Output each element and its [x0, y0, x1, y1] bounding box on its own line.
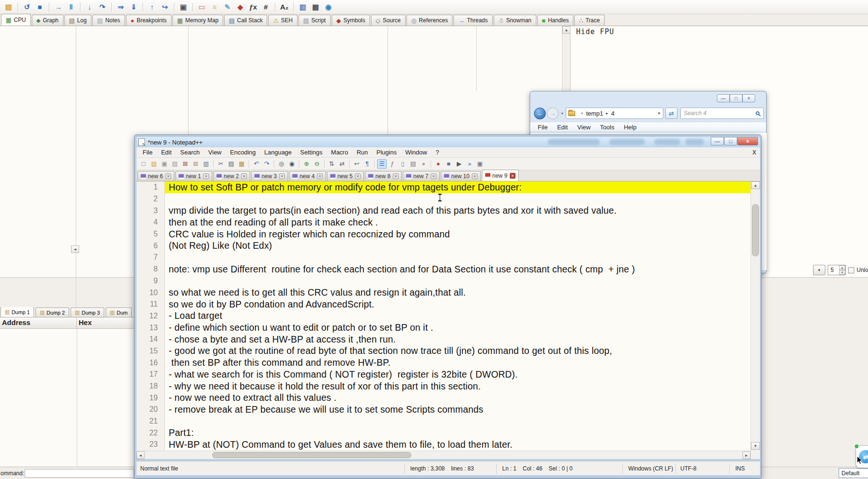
- menu-item-settings[interactable]: Settings: [296, 149, 327, 156]
- close-tab-icon[interactable]: ×: [317, 173, 323, 179]
- recent-pages-icon[interactable]: ▼: [561, 112, 564, 115]
- menu-item-file[interactable]: File: [533, 124, 552, 131]
- minimize-button[interactable]: —: [711, 137, 724, 145]
- notepad-title-bar[interactable]: *new 9 - Notepad++ — □ ×: [136, 137, 760, 147]
- zoom-out-icon[interactable]: ⊖: [312, 159, 322, 169]
- tab-snowman[interactable]: ☃Snowman: [494, 15, 536, 26]
- run-to-user-code-icon[interactable]: ↑: [146, 1, 158, 13]
- dump-body[interactable]: [0, 329, 142, 466]
- call-sequence-icon[interactable]: ▥: [297, 1, 308, 13]
- monitor-icon[interactable]: ●: [419, 159, 428, 169]
- doc-tab-new-5[interactable]: new 5×: [327, 171, 364, 181]
- run-icon[interactable]: →: [53, 1, 64, 13]
- replace-icon[interactable]: ◉: [287, 159, 297, 169]
- doc-tab-new-10[interactable]: new 10×: [441, 171, 481, 181]
- tab-graph[interactable]: ♣Graph: [32, 15, 63, 26]
- snapshot-icon[interactable]: ▣: [178, 1, 189, 13]
- trace-count-spinner[interactable]: 5 ▲▼: [828, 265, 846, 275]
- paste-icon[interactable]: ▦: [237, 159, 246, 169]
- document-switcher-icon[interactable]: ▤: [408, 159, 418, 169]
- tab-dump-1[interactable]: ▥Dump 1: [0, 307, 34, 317]
- menu-item-view[interactable]: View: [204, 149, 226, 156]
- menu-item-view[interactable]: View: [572, 124, 595, 131]
- labels-icon[interactable]: ✎: [222, 1, 233, 13]
- restart-icon[interactable]: ↺: [21, 1, 33, 13]
- insert-mode-field[interactable]: INS: [735, 465, 745, 472]
- pane-divider[interactable]: [76, 26, 76, 307]
- menu-item-search[interactable]: Search: [176, 149, 204, 156]
- scroll-up-button[interactable]: ▲: [562, 26, 570, 34]
- menu-item-window[interactable]: Window: [401, 149, 431, 156]
- close-tab-icon[interactable]: ×: [203, 173, 209, 179]
- scroll-left-button[interactable]: ◄: [136, 452, 145, 459]
- show-all-chars-icon[interactable]: ¶: [362, 159, 372, 169]
- spinner-buttons[interactable]: ▲▼: [839, 265, 845, 275]
- macro-play-icon[interactable]: ▶: [454, 159, 464, 169]
- macro-save-icon[interactable]: ▣: [475, 159, 485, 169]
- scroll-right-button[interactable]: ►: [742, 452, 750, 459]
- save-all-icon[interactable]: ▤: [170, 159, 180, 169]
- address-dropdown-icon[interactable]: ▼: [657, 111, 661, 116]
- tab-symbols[interactable]: ◆Symbols: [332, 15, 370, 26]
- editor-vertical-scrollbar[interactable]: ▲ ▼: [750, 181, 760, 459]
- command-input[interactable]: [25, 469, 134, 478]
- theme-selector[interactable]: Default: [839, 468, 868, 478]
- tab-cpu[interactable]: ▦CPU: [1, 14, 31, 26]
- scroll-up-button[interactable]: ▲: [751, 181, 760, 189]
- comments-icon[interactable]: ≡: [209, 1, 220, 13]
- find-icon[interactable]: ◎: [277, 159, 286, 169]
- tab-references[interactable]: ◎References: [407, 15, 453, 26]
- close-button[interactable]: ×: [737, 137, 758, 145]
- undo-icon[interactable]: ↶: [252, 159, 261, 169]
- sync-horizontal-icon[interactable]: ⇄: [337, 159, 347, 169]
- breadcrumb-folder[interactable]: temp1: [586, 110, 603, 117]
- doc-tab-new-1[interactable]: new 1×: [175, 171, 212, 181]
- editor-area[interactable]: 1How to set Soft BP or patch memory or m…: [136, 181, 750, 451]
- doc-tab-new-7[interactable]: new 7×: [403, 171, 440, 181]
- save-icon[interactable]: ▣: [160, 159, 169, 169]
- tab-dum[interactable]: ▥Dum: [106, 307, 132, 317]
- menu-item-tools[interactable]: Tools: [595, 124, 619, 131]
- pause-icon[interactable]: ‖: [65, 1, 77, 13]
- close-tab-icon[interactable]: ×: [431, 173, 436, 179]
- tab-threads[interactable]: →Threads: [453, 15, 492, 26]
- maximize-button[interactable]: □: [724, 137, 737, 145]
- tab-handles[interactable]: ■Handles: [537, 15, 574, 26]
- close-all-icon[interactable]: ⊠: [191, 159, 200, 169]
- redo-icon[interactable]: ↷: [262, 159, 271, 169]
- close-tab-icon[interactable]: ×: [510, 173, 515, 179]
- doc-tab-new-8[interactable]: new 8×: [365, 171, 402, 181]
- step-out-icon[interactable]: ⇓: [128, 1, 139, 13]
- macro-stop-icon[interactable]: ■: [444, 159, 453, 169]
- macro-record-icon[interactable]: ●: [434, 159, 443, 169]
- forward-button[interactable]: →: [547, 108, 559, 119]
- search-input[interactable]: Search 4: [680, 108, 764, 119]
- refresh-button[interactable]: ⇄: [665, 108, 678, 119]
- patches-icon[interactable]: ▭: [196, 1, 208, 13]
- menu-item-help[interactable]: Help: [619, 124, 642, 131]
- open-file-icon[interactable]: ▨: [149, 159, 159, 169]
- menu-item-edit[interactable]: Edit: [552, 124, 572, 131]
- tab-call-stack[interactable]: ▤Call Stack: [224, 15, 267, 26]
- favourites-icon[interactable]: ◆: [235, 1, 246, 13]
- menu-item-run[interactable]: Run: [353, 149, 372, 156]
- word-wrap-icon[interactable]: ↩: [352, 159, 362, 169]
- doc-tab-new-2[interactable]: new 2×: [213, 171, 250, 181]
- stop-icon[interactable]: ■: [34, 1, 45, 13]
- close-file-icon[interactable]: ⊠: [181, 159, 190, 169]
- sync-vertical-icon[interactable]: ⇅: [327, 159, 336, 169]
- address-bar[interactable]: « temp1 ▸ 4 ▼: [566, 108, 663, 119]
- tab-script[interactable]: ▤Script: [298, 15, 331, 26]
- menu-item--[interactable]: ?: [431, 149, 443, 156]
- unlocked-checkbox[interactable]: [848, 267, 854, 273]
- tab-trace[interactable]: ∴Trace: [574, 15, 605, 26]
- menu-item-macro[interactable]: Macro: [327, 149, 353, 156]
- tab-dump-2[interactable]: ▥Dump 2: [36, 307, 69, 317]
- doc-tab-new-3[interactable]: new 3×: [251, 171, 288, 181]
- encoding-field[interactable]: UTF-8: [680, 465, 696, 472]
- scroll-down-button[interactable]: ▼: [751, 442, 760, 450]
- close-tab-icon[interactable]: ×: [165, 173, 171, 179]
- eol-format-field[interactable]: Windows (CR LF): [628, 465, 673, 472]
- tab-memory-map[interactable]: ▦Memory Map: [172, 15, 223, 26]
- back-button[interactable]: ←: [534, 108, 546, 119]
